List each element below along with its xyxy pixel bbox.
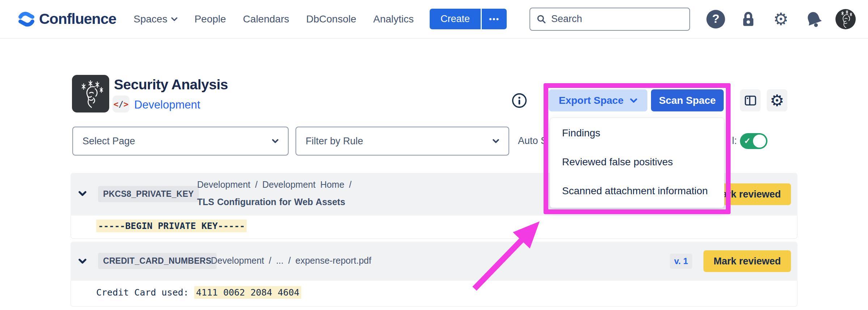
check-icon: ✓	[744, 136, 750, 146]
user-avatar[interactable]	[835, 9, 856, 29]
snippet-text: -----BEGIN PRIVATE KEY-----	[96, 221, 247, 231]
confluence-logo-icon	[18, 11, 35, 27]
finding-breadcrumb[interactable]: Development / ... / expense-report.pdf	[211, 255, 371, 266]
confluence-logo[interactable]: Confluence	[18, 10, 116, 27]
chevron-down-icon	[493, 139, 499, 143]
filter-by-rule-dropdown[interactable]: Filter by Rule	[295, 127, 509, 156]
nav-item-calendars[interactable]: Calendars	[243, 13, 289, 25]
select-page-dropdown[interactable]: Select Page	[72, 127, 289, 156]
help-icon: ?	[706, 9, 726, 29]
version-badge[interactable]: v. 1	[670, 254, 692, 269]
export-space-menu: Findings Reviewed false positives Scanne…	[550, 118, 724, 208]
collapse-chevron-icon[interactable]	[78, 259, 86, 264]
top-nav: Confluence Spaces People Calendars DbCon…	[0, 0, 868, 39]
sensitive-match-highlight: -----BEGIN PRIVATE KEY-----	[96, 220, 247, 232]
space-face-illustration	[75, 78, 106, 110]
settings-button[interactable]: ⚙	[770, 9, 791, 30]
ellipsis-icon: •••	[489, 14, 499, 24]
restrictions-button[interactable]	[738, 9, 759, 30]
auto-scan-toggle[interactable]: ✓	[740, 133, 767, 149]
info-icon	[512, 93, 527, 108]
mark-reviewed-button[interactable]: Mark reviewed	[703, 250, 791, 272]
nav-links: Spaces People Calendars DbConsole Analyt…	[133, 13, 414, 25]
finding-header: CREDIT_CARD_NUMBERS Development / ... / …	[71, 242, 797, 281]
scan-space-button[interactable]: Scan Space	[651, 89, 724, 111]
create-more-button[interactable]: •••	[482, 9, 507, 29]
search-icon	[537, 14, 546, 24]
nav-item-dbconsole[interactable]: DbConsole	[306, 13, 356, 25]
space-breadcrumb-link[interactable]: Development	[134, 98, 200, 111]
code-chip-icon: </>	[112, 95, 129, 112]
auto-scan-label-fragment: Auto S	[518, 135, 547, 146]
finding-item: CREDIT_CARD_NUMBERS Development / ... / …	[71, 242, 797, 307]
create-button[interactable]: Create	[430, 9, 481, 29]
chevron-down-icon	[171, 17, 178, 21]
nav-item-spaces[interactable]: Spaces	[133, 13, 177, 25]
nav-item-analytics[interactable]: Analytics	[373, 13, 414, 25]
search-input[interactable]	[551, 13, 667, 25]
chevron-down-icon	[272, 139, 278, 143]
info-button[interactable]	[511, 92, 527, 109]
export-space-button[interactable]: Export Space	[549, 89, 647, 111]
rule-badge: CREDIT_CARD_NUMBERS	[98, 253, 217, 269]
svg-text:?: ?	[712, 12, 719, 25]
bell-icon	[804, 10, 823, 29]
finding-snippet: Credit Card used: 4111 0062 2084 4604	[71, 281, 797, 307]
menu-item-reviewed-false-positives[interactable]: Reviewed false positives	[550, 148, 724, 177]
panels-icon	[744, 94, 757, 107]
finding-snippet: -----BEGIN PRIVATE KEY-----	[71, 216, 797, 239]
avatar-face-illustration	[835, 9, 856, 29]
notifications-button[interactable]	[803, 9, 824, 30]
gear-icon: ⚙	[773, 10, 788, 27]
sensitive-match-highlight: 4111 0062 2084 4604	[194, 286, 301, 299]
finding-page-title[interactable]: TLS Configuration for Web Assets	[197, 197, 345, 207]
snippet-text: Credit Card used: 4111 0062 2084 4604	[96, 287, 301, 298]
create-split-button: Create •••	[430, 9, 507, 29]
sidebar-toggle-button[interactable]	[740, 89, 761, 111]
finding-breadcrumb[interactable]: Development / Development Home /	[197, 179, 352, 190]
menu-item-findings[interactable]: Findings	[550, 119, 724, 148]
auto-scan-label-fragment-end: l:	[732, 135, 737, 146]
chevron-down-icon	[630, 98, 637, 103]
toggle-knob	[753, 135, 766, 148]
nav-item-people[interactable]: People	[195, 13, 226, 25]
space-settings-button[interactable]: ⚙	[767, 89, 787, 111]
menu-item-scanned-attachment-information[interactable]: Scanned attachment information	[550, 177, 724, 205]
page-title: Security Analysis	[114, 77, 228, 93]
search-box[interactable]	[529, 8, 690, 31]
lock-icon	[739, 10, 757, 28]
gear-icon: ⚙	[770, 93, 784, 109]
rule-badge: PKCS8_PRIVATE_KEY	[98, 186, 199, 202]
nav-icon-cluster: ? ⚙	[705, 9, 856, 30]
help-button[interactable]: ?	[705, 9, 726, 30]
space-avatar[interactable]	[72, 75, 109, 112]
collapse-chevron-icon[interactable]	[78, 191, 86, 196]
logo-wordmark: Confluence	[39, 10, 116, 27]
